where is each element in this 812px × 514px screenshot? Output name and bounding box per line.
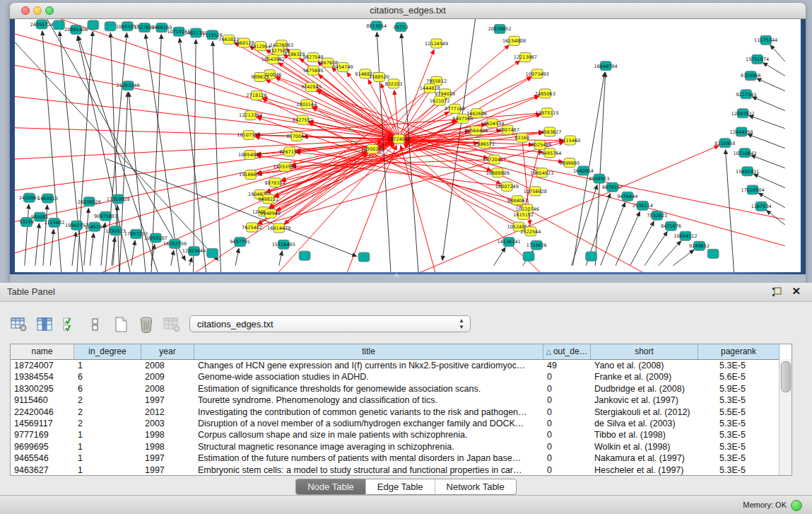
graph-node[interactable]: 10107554 bbox=[237, 131, 260, 140]
graph-node[interactable]: 19495764 bbox=[538, 148, 561, 158]
select-all-columns-icon[interactable] bbox=[61, 315, 79, 334]
graph-node[interactable] bbox=[88, 21, 99, 30]
graph-node[interactable]: 7832621 bbox=[647, 211, 667, 220]
graph-node[interactable]: 20206526 bbox=[78, 197, 101, 206]
graph-node[interactable]: 14136141 bbox=[498, 238, 521, 247]
table-row[interactable]: 969969511998Structural magnetic resonanc… bbox=[11, 441, 792, 452]
close-panel-icon[interactable]: ✕ bbox=[792, 285, 801, 298]
graph-node[interactable]: 5675685 bbox=[303, 66, 324, 75]
graph-node[interactable]: 9699695 bbox=[559, 158, 579, 168]
graph-node[interactable]: 10973493 bbox=[526, 69, 549, 78]
graph-node[interactable]: 85723 bbox=[394, 23, 408, 32]
column-header-name[interactable]: name bbox=[11, 344, 74, 359]
graph-node[interactable]: 15751074 bbox=[746, 54, 769, 64]
graph-node[interactable]: 16154808 bbox=[502, 36, 526, 45]
row-height-icon[interactable] bbox=[86, 315, 105, 334]
graph-node[interactable]: 1640954 bbox=[573, 166, 594, 175]
graph-node[interactable]: 10688809 bbox=[486, 168, 510, 177]
table-row[interactable]: 1830029562008Estimation of significance … bbox=[11, 383, 792, 395]
graph-node[interactable]: 16543982 bbox=[261, 54, 285, 64]
table-body[interactable]: 1872400712008Changes of HCN gene express… bbox=[11, 360, 792, 476]
graph-node[interactable]: 12213967 bbox=[514, 53, 537, 62]
graph-node[interactable]: 17359928 bbox=[107, 194, 130, 204]
graph-node[interactable]: 8813054 bbox=[366, 21, 387, 30]
segmented-control[interactable]: Node TableEdge TableNetwork Table bbox=[295, 479, 517, 495]
graph-node[interactable]: 1115682 bbox=[44, 218, 64, 228]
table-row[interactable]: 946362711997Embryonic stem cells: a mode… bbox=[11, 465, 792, 476]
graph-node[interactable] bbox=[53, 21, 64, 30]
table-settings-icon[interactable] bbox=[10, 315, 28, 334]
column-header-out_de[interactable]: △ out_de… bbox=[543, 344, 591, 359]
graph-node[interactable]: 9457791 bbox=[230, 238, 250, 247]
show-columns-icon[interactable] bbox=[35, 315, 54, 334]
vertical-scrollbar[interactable] bbox=[779, 359, 792, 475]
graph-node[interactable]: 19654923 bbox=[530, 168, 553, 177]
graph-node[interactable] bbox=[207, 248, 218, 257]
table-selector-dropdown[interactable]: citations_edges.txt ▲▼ bbox=[189, 315, 471, 332]
graph-node[interactable]: 8454749 bbox=[333, 63, 353, 72]
graph-node[interactable]: 8471676 bbox=[661, 221, 681, 230]
graph-node[interactable]: 12923446 bbox=[182, 247, 206, 256]
graph-node[interactable] bbox=[105, 22, 116, 31]
graph-node[interactable]: 1145194 bbox=[84, 222, 105, 231]
graph-node[interactable]: 20876652 bbox=[488, 24, 511, 33]
float-panel-icon[interactable] bbox=[771, 286, 782, 298]
table-row[interactable]: 1938455462009Genome-wide association stu… bbox=[11, 371, 792, 382]
table-header-row[interactable]: namein_degreeyeartitle△ out_de…shortpage… bbox=[11, 344, 792, 360]
graph-node[interactable] bbox=[358, 252, 370, 262]
graph-node[interactable]: 12975115 bbox=[536, 108, 559, 117]
citation-network-graph[interactable]: 2405572420891406106532571527602846616010… bbox=[15, 19, 801, 272]
column-header-in_degree[interactable]: in_degree bbox=[74, 344, 141, 359]
graph-node[interactable]: 1621072 bbox=[430, 96, 450, 105]
graph-node[interactable]: 10807487 bbox=[496, 125, 519, 134]
tab-network-table[interactable]: Network Table bbox=[435, 479, 516, 494]
graph-node[interactable]: 11175344 bbox=[754, 35, 777, 45]
graph-node[interactable]: 9474444 bbox=[617, 192, 637, 201]
graph-node[interactable]: 2803144 bbox=[296, 100, 317, 109]
graph-node[interactable]: 16648784 bbox=[594, 62, 618, 71]
new-table-icon[interactable] bbox=[112, 315, 130, 334]
node-attribute-table[interactable]: namein_degreeyeartitle△ out_de…shortpage… bbox=[10, 344, 792, 476]
graph-node[interactable] bbox=[299, 251, 310, 260]
tab-node-table[interactable]: Node Table bbox=[296, 479, 366, 494]
table-row[interactable]: 911546021997Tourette syndrome. Phenomeno… bbox=[11, 395, 792, 406]
column-header-short[interactable]: short bbox=[591, 344, 698, 359]
graph-node[interactable]: 7986572 bbox=[474, 139, 495, 148]
graph-node[interactable]: 8170044 bbox=[286, 132, 307, 141]
graph-node[interactable]: 16914479 bbox=[267, 223, 290, 233]
graph-node[interactable]: 1733426 bbox=[526, 240, 547, 250]
graph-node[interactable]: 9948949 bbox=[260, 209, 281, 218]
graph-node[interactable]: 16782759 bbox=[163, 239, 187, 248]
graph-node[interactable]: 9884067 bbox=[507, 196, 528, 205]
graph-node[interactable]: 18807249 bbox=[495, 182, 519, 191]
table-row[interactable]: 1872400712008Changes of HCN gene express… bbox=[11, 360, 792, 371]
graph-node[interactable]: 1167534 bbox=[751, 201, 772, 211]
graph-node[interactable]: 24055724 bbox=[30, 20, 54, 29]
graph-node[interactable]: 1615152 bbox=[513, 210, 534, 219]
graph-node[interactable] bbox=[523, 252, 534, 261]
graph-node[interactable]: 20891406 bbox=[64, 25, 88, 34]
graph-node[interactable]: 19166852 bbox=[239, 170, 262, 179]
graph-node[interactable]: 9245652 bbox=[689, 241, 710, 250]
memory-status-indicator-icon[interactable] bbox=[791, 500, 802, 511]
table-row[interactable]: 1456911722003Disruption of a novel membe… bbox=[11, 418, 792, 429]
graph-node[interactable]: 17016504 bbox=[741, 185, 764, 194]
graph-node[interactable]: 10654112 bbox=[673, 231, 697, 240]
graph-node[interactable]: 9777169 bbox=[445, 104, 465, 113]
column-header-title[interactable]: title bbox=[194, 344, 543, 359]
graph-node[interactable]: 15720407 bbox=[483, 155, 506, 164]
graph-node[interactable]: 6679197 bbox=[602, 182, 623, 192]
graph-node[interactable]: 2935114 bbox=[632, 201, 653, 210]
graph-node[interactable]: 1669913 bbox=[37, 194, 58, 203]
graph-node[interactable]: 832203 bbox=[385, 79, 403, 88]
column-header-year[interactable]: year bbox=[141, 344, 194, 359]
graph-node[interactable]: 82160 bbox=[514, 133, 529, 142]
graph-node[interactable]: 12213383 bbox=[239, 111, 262, 120]
graph-node[interactable]: 18624534 bbox=[481, 119, 504, 128]
scrollbar-thumb[interactable] bbox=[781, 361, 791, 392]
graph-node[interactable]: 989613 bbox=[251, 73, 269, 82]
graph-node[interactable]: 9115460 bbox=[560, 136, 580, 145]
table-row[interactable]: 977716911998Corpus callosum shape and si… bbox=[11, 429, 792, 440]
graph-node[interactable]: 8938923 bbox=[589, 174, 609, 183]
graph-node[interactable] bbox=[707, 249, 719, 258]
